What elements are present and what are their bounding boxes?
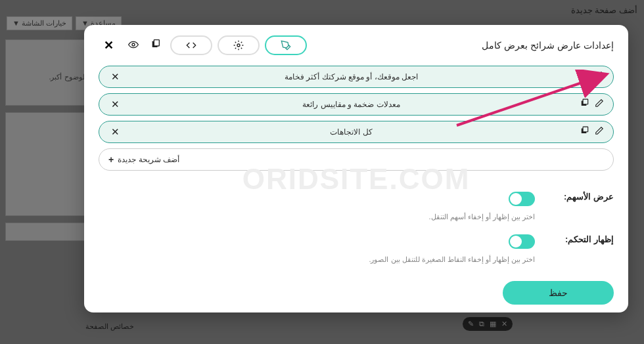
slide-row: ✕ معدلات ضخمة و مقاييس رائعة bbox=[99, 93, 614, 116]
duplicate-slide-icon[interactable] bbox=[580, 126, 589, 138]
close-button[interactable]: ✕ bbox=[99, 35, 119, 55]
add-slide-button[interactable]: أضف شريحة جديدة + bbox=[99, 148, 614, 171]
modal-title: إعدادات عارض شرائح بعرض كامل bbox=[482, 40, 614, 51]
save-button[interactable]: حفظ bbox=[503, 281, 614, 305]
edit-slide-icon[interactable] bbox=[595, 98, 604, 110]
tab-design[interactable] bbox=[265, 35, 307, 55]
controls-label: إظهار التحكم: bbox=[555, 234, 614, 244]
svg-rect-9 bbox=[583, 127, 588, 132]
arrows-label: عرض الأسهم: bbox=[555, 192, 614, 202]
add-slide-label: أضف شريحة جديدة bbox=[118, 155, 179, 164]
controls-description: اختر بين إظهار أو إخفاء النقاط الصغيرة ل… bbox=[99, 255, 535, 264]
svg-rect-2 bbox=[154, 39, 159, 45]
slide-row: ✕ اجعل موقعك، أو موقع شركتك أكثر فخامة bbox=[99, 66, 614, 88]
tab-code[interactable] bbox=[170, 35, 212, 55]
svg-rect-5 bbox=[583, 72, 588, 77]
visibility-icon[interactable] bbox=[126, 37, 141, 54]
remove-slide-button[interactable]: ✕ bbox=[108, 98, 122, 110]
slides-list: ✕ اجعل موقعك، أو موقع شركتك أكثر فخامة ✕… bbox=[99, 66, 614, 171]
remove-slide-button[interactable]: ✕ bbox=[108, 126, 122, 138]
edit-slide-icon[interactable] bbox=[595, 126, 604, 138]
options-section: عرض الأسهم: اختر بين إظهار أو إخفاء أسهم… bbox=[99, 192, 614, 277]
duplicate-slide-icon[interactable] bbox=[580, 71, 589, 83]
svg-point-0 bbox=[132, 43, 135, 46]
slide-row: ✕ كل الاتجاهات bbox=[99, 121, 614, 143]
arrows-toggle[interactable] bbox=[509, 192, 535, 206]
svg-point-3 bbox=[237, 44, 240, 47]
slide-title: كل الاتجاهات bbox=[122, 127, 580, 137]
slide-title: اجعل موقعك، أو موقع شركتك أكثر فخامة bbox=[122, 72, 580, 81]
controls-toggle[interactable] bbox=[509, 234, 535, 249]
arrows-description: اختر بين إظهار أو إخفاء أسهم التنقل. bbox=[99, 213, 535, 221]
option-controls: إظهار التحكم: اختر بين إظهار أو إخفاء ال… bbox=[99, 234, 614, 264]
svg-rect-7 bbox=[583, 99, 588, 104]
modal-header: ✕ إعدادات عارض شرائح بعرض كامل bbox=[99, 35, 614, 55]
option-arrows: عرض الأسهم: اختر بين إظهار أو إخفاء أسهم… bbox=[99, 192, 614, 221]
tab-group bbox=[170, 35, 307, 55]
duplicate-slide-icon[interactable] bbox=[580, 98, 589, 110]
slide-title: معدلات ضخمة و مقاييس رائعة bbox=[122, 100, 580, 109]
save-bar: حفظ bbox=[503, 281, 614, 305]
duplicate-header-icon[interactable] bbox=[148, 37, 164, 54]
remove-slide-button[interactable]: ✕ bbox=[108, 71, 122, 83]
tab-settings[interactable] bbox=[218, 35, 260, 55]
plus-icon: + bbox=[108, 154, 114, 165]
slider-settings-modal: ✕ إعدادات عارض شرائح بعرض كامل ✕ اجعل مو… bbox=[84, 25, 628, 312]
edit-slide-icon[interactable] bbox=[595, 71, 604, 83]
